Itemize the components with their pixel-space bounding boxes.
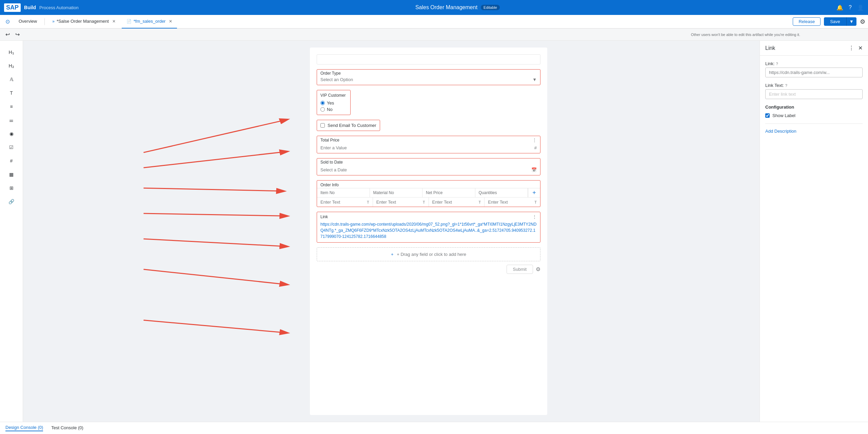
toolbar-item-filter[interactable]: ⚌ — [5, 114, 18, 126]
submit-button[interactable]: Submit — [507, 265, 533, 274]
panel-link-text-label: Link Text: ? — [765, 83, 863, 88]
total-price-label: Total Price — [320, 138, 339, 143]
col-quantities: Quantities — [475, 188, 528, 197]
editable-badge: Editable — [481, 5, 500, 10]
vip-no-radio[interactable] — [320, 107, 325, 112]
tab-fm-sales-order-label: *fm_sales_order — [134, 19, 166, 24]
title-text: Sales Order Management — [415, 4, 477, 11]
form-top-placeholder — [317, 54, 540, 64]
save-button[interactable]: Save — [824, 17, 846, 26]
panel-more-icon[interactable]: ⋮ — [849, 45, 854, 51]
order-type-value[interactable]: Select an Option — [320, 77, 532, 82]
tab-sales-order-mgmt-close[interactable]: ✕ — [112, 19, 116, 24]
toolbar-item-list[interactable]: ≡ — [5, 100, 18, 113]
show-label-text: Show Label — [772, 113, 795, 118]
save-dropdown-button[interactable]: ▼ — [846, 17, 856, 26]
vip-customer-field: VIP Customer Yes No — [317, 90, 540, 115]
panel-link-input[interactable] — [765, 68, 863, 77]
right-panel-header: Link ⋮ ✕ — [760, 41, 868, 56]
notifications-icon[interactable]: 🔔 — [836, 4, 843, 11]
tab-bar-settings-icon[interactable]: ⚙ — [860, 18, 865, 25]
vip-yes-radio[interactable] — [320, 101, 325, 105]
submit-bar: Submit ⚙ — [317, 261, 540, 274]
drag-plus-icon: + — [391, 252, 394, 257]
undo-button[interactable]: ↩ — [4, 30, 11, 39]
show-label-checkbox[interactable] — [765, 113, 770, 118]
toolbar-item-grid[interactable]: ⊞ — [5, 182, 18, 194]
page-title: Sales Order Management Editable — [82, 4, 833, 11]
link-more-icon[interactable]: ⋮ — [532, 214, 537, 219]
toolbar-item-text[interactable]: T — [5, 87, 18, 99]
send-email-label: Send Email To Customer — [328, 123, 376, 128]
total-price-value[interactable]: Enter a Value # — [317, 144, 540, 153]
sold-to-date-value[interactable]: Select a Date 📅 — [317, 166, 540, 175]
undo-redo-bar: ↩ ↪ Other users won't be able to edit th… — [0, 29, 868, 41]
tab-overview[interactable]: Overview — [14, 15, 42, 29]
toolbar-item-h1[interactable]: H₁ — [5, 46, 18, 58]
order-info-header: Order Info — [317, 181, 540, 188]
redo-button[interactable]: ↪ — [14, 30, 21, 39]
link-help-icon[interactable]: ? — [776, 62, 778, 66]
home-icon[interactable]: ⊙ — [3, 17, 13, 26]
release-button[interactable]: Release — [793, 17, 821, 26]
design-console-tab[interactable]: Design Console (0) — [5, 425, 43, 431]
cell-net-price[interactable]: Enter Text T — [429, 197, 485, 207]
vip-yes-option[interactable]: Yes — [320, 100, 347, 106]
col-material-no: Material No — [370, 188, 423, 197]
save-btn-group: Save ▼ — [824, 17, 856, 26]
total-price-more-icon[interactable]: ⋮ — [532, 137, 537, 143]
add-column-button[interactable]: + — [528, 188, 540, 197]
svg-line-2 — [143, 188, 284, 191]
panel-close-icon[interactable]: ✕ — [858, 45, 863, 51]
tab-fm-sales-order[interactable]: 📄 *fm_sales_order ✕ — [122, 15, 177, 29]
help-icon[interactable]: ? — [849, 4, 852, 11]
top-bar: SAP Build Process Automation Sales Order… — [0, 0, 868, 15]
total-price-field: Total Price ⋮ Enter a Value # — [317, 136, 540, 153]
vip-customer-label: VIP Customer — [320, 93, 347, 98]
left-toolbar: H₁ H₂ 𝔸 T ≡ ⚌ ◉ ☑ # ▦ ⊞ 🔗 — [0, 41, 23, 422]
toolbar-item-format[interactable]: 𝔸 — [5, 73, 18, 86]
svg-line-4 — [143, 239, 288, 246]
panel-header-icons: ⋮ ✕ — [849, 45, 863, 51]
toolbar-item-link[interactable]: 🔗 — [5, 195, 18, 208]
add-description-link[interactable]: Add Description — [765, 129, 796, 134]
sold-to-date-header: Sold to Date — [317, 158, 540, 166]
link-url: https://cdn.trails-game.com/wp-content/u… — [317, 220, 540, 242]
send-email-wrapper: Send Email To Customer — [317, 120, 380, 131]
order-type-wrapper: Order Type Select an Option ▼ — [317, 69, 540, 85]
panel-configuration: Configuration Show Label — [765, 105, 863, 118]
tab-sales-order-mgmt[interactable]: » *Salse Order Management ✕ — [47, 15, 120, 29]
toolbar-item-check[interactable]: ☑ — [5, 141, 18, 153]
panel-link-label: Link: ? — [765, 61, 863, 66]
svg-line-6 — [143, 320, 288, 333]
tab-separator-1 — [44, 18, 45, 25]
cell-quantities[interactable]: Enter Text T — [485, 197, 540, 207]
canvas-area: Order Type Select an Option ▼ VIP Custom… — [23, 41, 760, 422]
toolbar-item-hash[interactable]: # — [5, 155, 18, 167]
link-text-help-icon[interactable]: ? — [785, 83, 787, 88]
cell-item-no[interactable]: Enter Text T — [317, 197, 373, 207]
svg-line-5 — [143, 269, 288, 285]
vip-no-option[interactable]: No — [320, 107, 347, 112]
right-panel: Link ⋮ ✕ Link: ? Link Text: ? — [760, 41, 868, 422]
cell-material-no[interactable]: Enter Text T — [373, 197, 429, 207]
panel-link-text-field: Link Text: ? — [765, 83, 863, 99]
test-console-tab[interactable]: Test Console (0) — [51, 425, 83, 431]
toolbar-item-radio[interactable]: ◉ — [5, 128, 18, 140]
toolbar-item-table2[interactable]: ▦ — [5, 168, 18, 181]
user-avatar[interactable]: 👤 — [857, 4, 864, 11]
col-item-no: Item No — [317, 188, 370, 197]
svg-line-1 — [143, 151, 288, 168]
send-email-checkbox[interactable] — [320, 123, 325, 128]
top-bar-icons: 🔔 ? 👤 — [836, 4, 864, 11]
submit-settings-icon[interactable]: ⚙ — [536, 266, 540, 272]
tab-overview-label: Overview — [19, 19, 37, 24]
calendar-icon[interactable]: 📅 — [531, 167, 537, 172]
toolbar-item-h2[interactable]: H₂ — [5, 60, 18, 72]
tab-fm-sales-order-close[interactable]: ✕ — [169, 19, 172, 24]
panel-link-text-input[interactable] — [765, 89, 863, 99]
order-info-field: Order Info Item No Material No Net Price… — [317, 180, 540, 207]
sold-to-date-wrapper: Sold to Date Select a Date 📅 — [317, 158, 540, 175]
panel-link-text-label-text: Link Text: — [765, 83, 784, 88]
drag-area[interactable]: + + Drag any field or click to add here — [317, 247, 540, 261]
